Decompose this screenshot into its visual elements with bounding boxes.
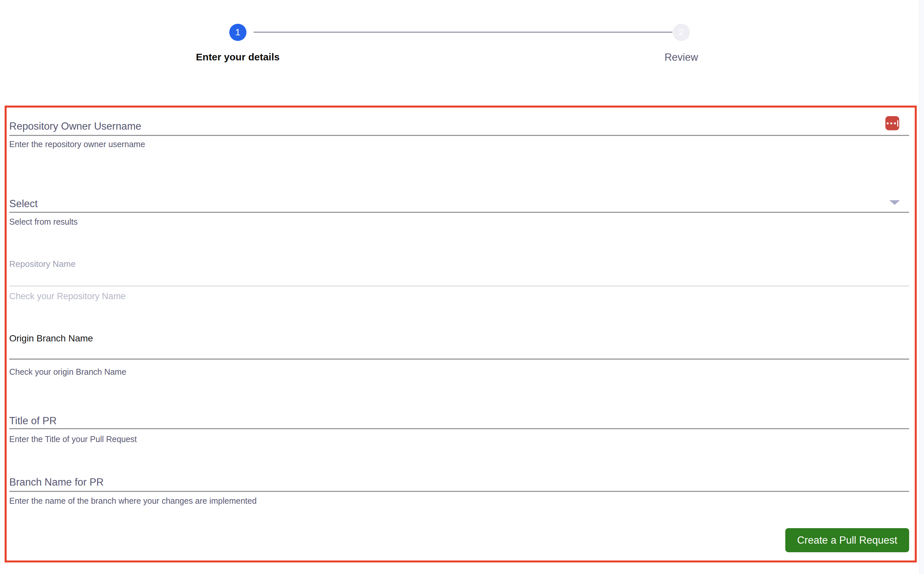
repository-select-input[interactable]: Select [9,198,909,210]
step-2-circle[interactable]: 2 [673,24,690,41]
repository-name-underline [9,286,909,286]
stepper: 1 Enter your details 2 Review [0,0,924,73]
field-repository-select: Select Select from results [9,198,909,227]
step-1-label: Enter your details [196,52,279,63]
stepper-connector-line [254,32,672,33]
step-1-number: 1 [235,27,240,38]
step-1-circle[interactable]: 1 [229,24,246,41]
pr-branch-name-input[interactable]: Branch Name for PR [9,476,909,488]
step-2-number: 2 [679,27,684,38]
pr-title-input[interactable]: Title of PR [9,415,909,427]
repository-name-helper: Check your Repository Name [9,291,909,301]
field-repository-owner-username: Repository Owner Username Enter the repo… [9,120,909,149]
repository-select-underline [9,212,909,213]
repository-owner-username-input[interactable]: Repository Owner Username [9,120,909,132]
form-actions: Create a Pull Request [9,528,909,552]
repository-name-input[interactable]: Repository Name [9,259,909,269]
pr-title-helper: Enter the Title of your Pull Request [9,434,909,444]
pr-branch-name-helper: Enter the name of the branch where your … [9,496,909,506]
field-pr-title: Title of PR Enter the Title of your Pull… [9,415,909,444]
create-pull-request-button[interactable]: Create a Pull Request [785,528,909,552]
origin-branch-name-underline [9,359,909,360]
origin-branch-name-helper: Check your origin Branch Name [9,367,909,377]
field-repository-name: Repository Name Check your Repository Na… [9,259,909,301]
field-origin-branch-name: Origin Branch Name Check your origin Bra… [9,333,909,377]
password-manager-dots [887,122,896,125]
repository-owner-username-helper: Enter the repository owner username [9,140,909,149]
pull-request-form: Repository Owner Username Enter the repo… [5,106,917,563]
origin-branch-name-input[interactable]: Origin Branch Name [9,333,909,344]
stepper-step-review[interactable]: 2 Review [665,24,698,63]
password-manager-cursor-bar [897,120,898,127]
field-pr-branch-name: Branch Name for PR Enter the name of the… [9,476,909,506]
page: 1 Enter your details 2 Review Repository… [0,0,924,574]
repository-select-helper: Select from results [9,217,909,227]
pr-branch-name-underline [9,491,909,492]
stepper-step-enter-details[interactable]: 1 Enter your details [196,24,279,63]
chevron-down-icon[interactable] [889,200,900,205]
pr-title-underline [9,428,909,429]
step-2-label: Review [665,52,698,63]
vertical-scrollbar[interactable] [919,0,924,574]
password-manager-ellipsis-icon[interactable] [885,116,899,130]
repository-owner-username-underline [9,135,909,136]
